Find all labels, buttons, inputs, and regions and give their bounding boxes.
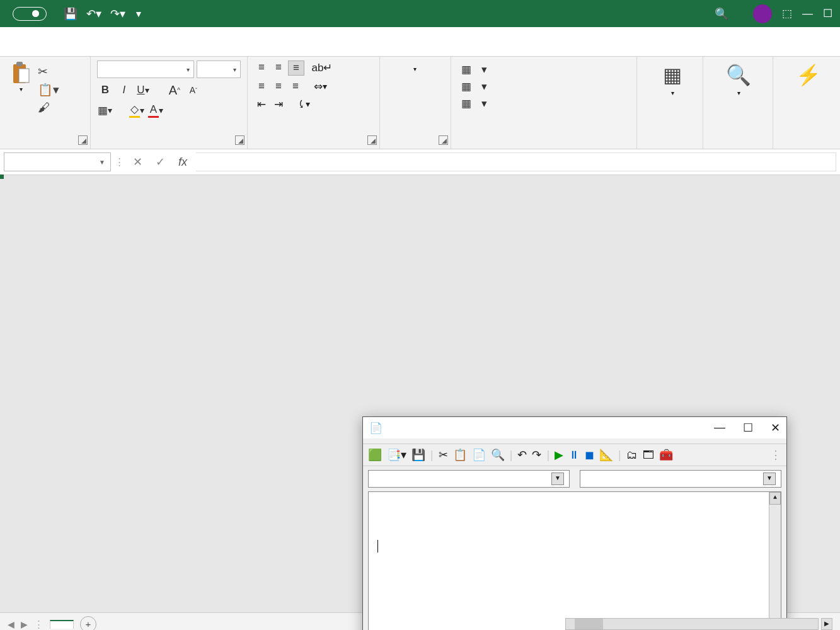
increase-indent-icon[interactable]: ⇥	[271, 97, 286, 111]
alignment-dialog-icon[interactable]	[367, 135, 377, 145]
new-sheet-button[interactable]: +	[80, 616, 96, 631]
align-bottom-icon[interactable]: ≡	[288, 60, 304, 76]
grow-font-icon[interactable]: A^	[166, 82, 183, 98]
vba-menu-bar[interactable]	[363, 438, 786, 444]
hscrollbar[interactable]	[565, 618, 819, 630]
ideas-icon: ⚡	[796, 63, 821, 87]
paste-button[interactable]: ▾	[6, 60, 35, 115]
italic-button[interactable]: I	[116, 82, 132, 98]
borders-button[interactable]: ▦▾	[97, 102, 113, 118]
vba-redo-icon[interactable]: ↷	[532, 448, 541, 462]
vba-project-explorer-icon[interactable]: 🗂	[626, 449, 638, 462]
search-icon[interactable]: 🔍	[715, 7, 728, 21]
vba-reset-icon[interactable]: ◼	[585, 448, 594, 462]
align-center-icon[interactable]: ≡	[271, 79, 286, 93]
vba-break-icon[interactable]: ⏸	[568, 449, 580, 462]
ribbon-tabs	[0, 27, 840, 57]
vba-excel-icon[interactable]: 🟩	[368, 448, 382, 462]
orientation-icon[interactable]: ⤹▾	[296, 97, 311, 111]
redo-icon[interactable]: ↷▾	[110, 7, 125, 21]
cells-button[interactable]: ▦ ▾	[643, 60, 701, 96]
align-right-icon[interactable]: ≡	[288, 79, 303, 93]
cancel-formula-icon[interactable]: ✕	[128, 155, 147, 169]
font-color-button[interactable]: A▾	[147, 102, 164, 118]
maximize-icon[interactable]: ☐	[823, 7, 832, 20]
vba-find-icon[interactable]: 🔍	[491, 448, 505, 462]
vba-minimize-icon[interactable]: —	[714, 421, 725, 435]
fill-color-button[interactable]: ◇▾	[129, 102, 145, 118]
vba-paste-icon[interactable]: 📄	[472, 448, 486, 462]
sheet-tab[interactable]	[50, 620, 74, 629]
clipboard-group-label	[6, 144, 84, 147]
formula-bar: ▼ ⋮ ✕ ✓ fx	[0, 149, 840, 175]
cut-icon[interactable]: ✂	[38, 64, 59, 79]
svg-rect-2	[19, 69, 29, 83]
font-dialog-icon[interactable]	[235, 135, 245, 145]
tab-scroll-right-icon[interactable]: ▶	[21, 619, 28, 629]
font-name-combo[interactable]: ▾	[97, 60, 194, 78]
worksheet-area: 📄 — ☐ ✕ 🟩 📑▾ 💾 | ✂ 📋 📄 🔍 | ↶ ↷ | ▶ ⏸ ◼	[0, 175, 840, 612]
editing-button[interactable]: 🔍 ▾	[710, 60, 768, 96]
save-icon[interactable]: 💾	[64, 7, 78, 21]
vba-cut-icon[interactable]: ✂	[439, 448, 448, 462]
ribbon-display-icon[interactable]: ⬚	[782, 7, 792, 20]
tab-scroll-left-icon[interactable]: ◀	[8, 619, 14, 629]
cond-format-icon: ▦	[461, 63, 471, 76]
styles-group-label	[457, 144, 630, 147]
hscroll-right-icon[interactable]: ▶	[821, 618, 832, 630]
clipboard-dialog-icon[interactable]	[78, 135, 88, 145]
vba-undo-icon[interactable]: ↶	[517, 448, 527, 462]
bold-button[interactable]: B	[97, 82, 113, 98]
align-left-icon[interactable]: ≡	[254, 79, 269, 93]
conditional-formatting-button[interactable]: ▦ ▾	[461, 63, 626, 76]
vba-properties-icon[interactable]: 🗔	[643, 449, 654, 462]
cells-icon: ▦	[663, 63, 682, 87]
wrap-text-icon[interactable]: ab↵	[314, 60, 330, 74]
shrink-font-icon[interactable]: Aˇ	[185, 82, 202, 98]
undo-icon[interactable]: ↶▾	[86, 7, 101, 21]
alignment-group-label	[254, 144, 373, 147]
copy-icon[interactable]: 📋▾	[38, 83, 59, 97]
vba-copy-icon[interactable]: 📋	[453, 448, 467, 462]
number-dialog-icon[interactable]	[439, 135, 448, 145]
vba-close-icon[interactable]: ✕	[771, 421, 780, 435]
font-size-combo[interactable]: ▾	[197, 60, 241, 78]
vba-toolbox-icon[interactable]: 🧰	[659, 448, 673, 462]
ideas-group-label	[780, 144, 834, 147]
format-as-table-button[interactable]: ▦ ▾	[461, 80, 626, 93]
align-top-icon[interactable]: ≡	[254, 60, 269, 74]
cell-cursor	[0, 175, 3, 178]
vba-design-mode-icon[interactable]: 📐	[599, 448, 613, 462]
table-icon: ▦	[461, 80, 471, 93]
user-avatar[interactable]	[753, 4, 772, 23]
decrease-indent-icon[interactable]: ⇤	[254, 97, 269, 111]
underline-button[interactable]: U▾	[135, 82, 151, 98]
number-format-button[interactable]: ▾	[386, 60, 444, 72]
qat-customize-icon[interactable]: ▼	[134, 9, 143, 19]
formula-input[interactable]	[196, 152, 836, 171]
cell-styles-button[interactable]: ▦ ▾	[461, 97, 626, 110]
font-group-label	[97, 144, 241, 147]
find-icon: 🔍	[726, 63, 751, 87]
name-box[interactable]: ▼	[4, 152, 111, 171]
vba-maximize-icon[interactable]: ☐	[743, 421, 753, 435]
vba-save-icon[interactable]: 💾	[411, 448, 425, 462]
format-painter-icon[interactable]: 🖌	[38, 101, 59, 115]
merge-center-icon[interactable]: ⇔▾	[313, 79, 328, 93]
vba-editor-window[interactable]: 📄 — ☐ ✕ 🟩 📑▾ 💾 | ✂ 📋 📄 🔍 | ↶ ↷ | ▶ ⏸ ◼	[362, 416, 787, 630]
vba-vscrollbar[interactable]: ▲▼	[769, 492, 781, 630]
vba-object-combo[interactable]: ▼	[368, 470, 570, 488]
insert-function-icon[interactable]: fx	[173, 156, 192, 169]
autosave-toggle[interactable]	[13, 7, 47, 21]
vba-toolbar[interactable]: 🟩 📑▾ 💾 | ✂ 📋 📄 🔍 | ↶ ↷ | ▶ ⏸ ◼ 📐 | 🗂 🗔 🧰…	[363, 444, 786, 466]
ideas-button[interactable]: ⚡	[780, 60, 837, 88]
vba-titlebar[interactable]: 📄 — ☐ ✕	[363, 417, 786, 438]
enter-formula-icon[interactable]: ✓	[151, 155, 170, 169]
vba-insert-module-icon[interactable]: 📑▾	[387, 448, 406, 462]
vba-code-pane[interactable]: ▲▼ ≡ ≣ ◀▶	[368, 491, 781, 630]
svg-rect-1	[16, 62, 23, 66]
vba-procedure-combo[interactable]: ▼	[580, 470, 781, 488]
vba-run-icon[interactable]: ▶	[555, 448, 563, 462]
align-middle-icon[interactable]: ≡	[271, 60, 286, 74]
minimize-icon[interactable]: —	[802, 8, 813, 20]
